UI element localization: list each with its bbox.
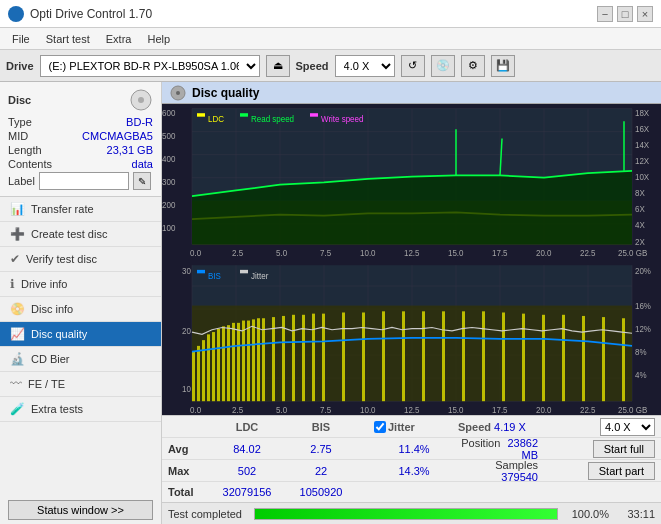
svg-rect-104 (322, 314, 325, 402)
svg-text:10.0: 10.0 (360, 248, 376, 259)
sidebar-item-disc-info[interactable]: 📀 Disc info (0, 297, 161, 322)
speed-select[interactable]: 4.0 X (335, 55, 395, 77)
progress-bar-area: Test completed 100.0% 33:11 (162, 502, 661, 524)
menu-extra[interactable]: Extra (98, 31, 140, 47)
disc-contents-val: data (132, 158, 153, 170)
transfer-rate-icon: 📊 (10, 202, 25, 216)
sidebar-item-verify-test-disc[interactable]: ✔ Verify test disc (0, 247, 161, 272)
status-text: Test completed (168, 508, 248, 520)
create-disc-icon: ➕ (10, 227, 25, 241)
start-part-button[interactable]: Start part (588, 462, 655, 480)
svg-rect-111 (462, 311, 465, 401)
svg-text:300: 300 (162, 176, 176, 187)
svg-rect-108 (402, 311, 405, 401)
svg-rect-93 (237, 323, 240, 401)
status-window-button[interactable]: Status window >> (8, 500, 153, 520)
svg-text:14X: 14X (635, 139, 649, 150)
disc-label-label: Label (8, 175, 35, 187)
refresh-icon[interactable]: ↺ (401, 55, 425, 77)
start-full-button[interactable]: Start full (593, 440, 655, 458)
disc-label-row: Label ✎ (8, 172, 153, 190)
sidebar-item-cd-bier[interactable]: 🔬 CD Bier (0, 347, 161, 372)
stats-max-row: Max 502 22 14.3% Samples 379540 Start pa… (162, 460, 661, 482)
close-button[interactable]: × (637, 6, 653, 22)
svg-text:7.5: 7.5 (320, 248, 331, 259)
position-text: Position (461, 437, 500, 449)
svg-text:LDC: LDC (208, 114, 224, 125)
svg-rect-119 (622, 318, 625, 401)
svg-rect-97 (257, 318, 260, 401)
start-full-btn-area: Start full (593, 440, 655, 458)
speed-dropdown[interactable]: 4.0 X (600, 418, 655, 436)
menu-help[interactable]: Help (139, 31, 178, 47)
svg-rect-95 (247, 321, 250, 402)
disc-mid-row: MID CMCMAGBA5 (8, 130, 153, 142)
svg-rect-92 (232, 323, 235, 401)
svg-rect-116 (562, 315, 565, 401)
svg-rect-98 (262, 318, 265, 401)
total-bis-val: 1050920 (286, 486, 356, 498)
drive-info-icon: ℹ (10, 277, 15, 291)
sidebar-item-disc-quality[interactable]: 📈 Disc quality (0, 322, 161, 347)
svg-point-3 (176, 91, 180, 95)
drive-label: Drive (6, 60, 34, 72)
speed-header-area: Speed 4.19 X (458, 421, 578, 433)
eject-button[interactable]: ⏏ (266, 55, 290, 77)
titlebar: Opti Drive Control 1.70 − □ × (0, 0, 661, 28)
maximize-button[interactable]: □ (617, 6, 633, 22)
avg-bis-val: 2.75 (286, 443, 356, 455)
svg-text:12X: 12X (635, 155, 649, 166)
svg-text:7.5: 7.5 (320, 404, 331, 415)
progress-percent: 100.0% (564, 508, 609, 520)
disc-type-label: Type (8, 116, 32, 128)
nav-label-cd-bier: CD Bier (31, 353, 70, 365)
svg-text:600: 600 (162, 107, 176, 118)
nav-label-disc-quality: Disc quality (31, 328, 87, 340)
jitter-check-area: Jitter (374, 421, 454, 433)
fe-te-icon: 〰 (10, 377, 22, 391)
disc-label-input[interactable] (39, 172, 129, 190)
sidebar-item-fe-te[interactable]: 〰 FE / TE (0, 372, 161, 397)
extra-tests-icon: 🧪 (10, 402, 25, 416)
disc-length-label: Length (8, 144, 42, 156)
sidebar-item-drive-info[interactable]: ℹ Drive info (0, 272, 161, 297)
menu-start-test[interactable]: Start test (38, 31, 98, 47)
svg-text:Jitter: Jitter (251, 271, 268, 282)
start-part-btn-area: Start part (588, 462, 655, 480)
save-icon[interactable]: 💾 (491, 55, 515, 77)
button-area: 4.0 X (600, 418, 655, 436)
svg-text:4%: 4% (635, 370, 647, 381)
menu-file[interactable]: File (4, 31, 38, 47)
svg-text:8%: 8% (635, 347, 647, 358)
sidebar-item-transfer-rate[interactable]: 📊 Transfer rate (0, 197, 161, 222)
svg-text:10.0: 10.0 (360, 404, 376, 415)
jitter-checkbox[interactable] (374, 421, 386, 433)
verify-disc-icon: ✔ (10, 252, 20, 266)
label-edit-button[interactable]: ✎ (133, 172, 151, 190)
sidebar-item-extra-tests[interactable]: 🧪 Extra tests (0, 397, 161, 422)
samples-text: Samples (495, 459, 538, 471)
svg-text:2.5: 2.5 (232, 248, 243, 259)
svg-text:17.5: 17.5 (492, 404, 508, 415)
max-bis-val: 22 (286, 465, 356, 477)
app-title: Opti Drive Control 1.70 (30, 7, 152, 21)
nav-label-drive-info: Drive info (21, 278, 67, 290)
progress-time: 33:11 (615, 508, 655, 520)
disc-icon-btn[interactable]: 💿 (431, 55, 455, 77)
disc-contents-label: Contents (8, 158, 52, 170)
svg-text:17.5: 17.5 (492, 248, 508, 259)
svg-rect-109 (422, 311, 425, 401)
svg-rect-81 (240, 270, 248, 273)
svg-text:0.0: 0.0 (190, 248, 201, 259)
svg-text:16X: 16X (635, 123, 649, 134)
drive-select[interactable]: (E:) PLEXTOR BD-R PX-LB950SA 1.06 (40, 55, 260, 77)
avg-ldc-val: 84.02 (212, 443, 282, 455)
position-val: 23862 MB (507, 437, 538, 461)
dq-title: Disc quality (192, 86, 259, 100)
settings-icon[interactable]: ⚙ (461, 55, 485, 77)
svg-text:10: 10 (182, 383, 191, 394)
minimize-button[interactable]: − (597, 6, 613, 22)
sidebar-item-create-test-disc[interactable]: ➕ Create test disc (0, 222, 161, 247)
nav-label-disc-info: Disc info (31, 303, 73, 315)
svg-text:18X: 18X (635, 107, 649, 118)
